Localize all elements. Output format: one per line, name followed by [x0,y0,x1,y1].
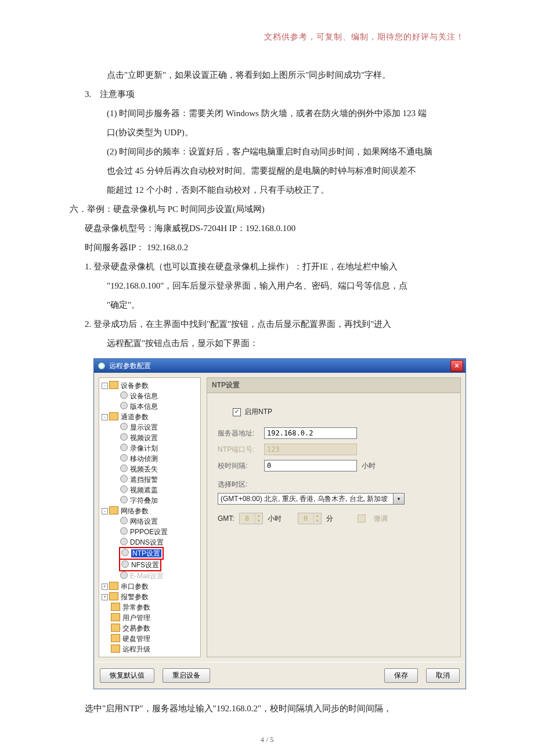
tree-leaf-ntp[interactable]: NTP设置 [100,548,199,559]
tree-leaf[interactable]: DDNS设置 [100,537,199,548]
tree-label: 用户管理 [122,614,150,622]
gmt-min-value: 0 [298,514,313,523]
panel-title: NTP设置 [207,377,461,393]
tree-folder[interactable]: -通道参数 [100,412,199,422]
tree-leaf[interactable]: 字符叠加 [100,495,199,506]
port-label: NTP端口号: [218,445,264,455]
tree-label: E-Mail设置 [130,572,164,580]
restore-defaults-button[interactable]: 恢复默认值 [100,668,154,683]
leaf-icon [120,527,128,535]
save-button[interactable]: 保存 [384,668,418,683]
folder-icon [109,506,118,514]
timezone-combobox[interactable]: (GMT+08:00) 北京, 重庆, 香港, 乌鲁木齐, 台北, 新加坡 ▼ [218,493,405,505]
page-footer: 4 / 5 [0,735,534,744]
tree-label: 网络设置 [130,517,158,525]
leaf-icon [120,433,128,441]
folder-icon [109,592,118,600]
leaf-icon [120,475,128,483]
tree-leaf[interactable]: 遮挡报警 [100,474,199,485]
gmt-min-unit: 分 [326,514,333,524]
ntp-port-input [264,444,357,455]
leaf-icon [120,444,128,451]
tree-folder[interactable]: +报警参数 [100,592,199,602]
tree-folder[interactable]: -网络参数 [100,506,199,516]
close-button[interactable]: × [450,360,463,372]
reboot-device-button[interactable]: 重启设备 [163,668,210,683]
tree-leaf[interactable]: 移动侦测 [100,453,199,464]
header-note: 文档供参考，可复制、编制，期待您的好评与关注！ [70,32,464,42]
tree-folder[interactable]: 交易参数 [100,623,199,633]
tree-label: 设备信息 [130,392,158,400]
tree-folder[interactable]: 异常参数 [100,602,199,613]
section-number: 六． [70,204,87,214]
list-number: 3. [85,85,100,104]
tree-leaf[interactable]: 显示设置 [100,422,199,433]
tree-leaf[interactable]: 视频遮盖 [100,485,199,495]
leaf-icon [121,560,129,568]
interval-unit: 小时 [362,461,376,471]
tree-label: NFS设置 [131,561,159,569]
gmt-min-spinner: 0 ▲▼ [298,513,322,524]
folder-icon [111,613,120,621]
interval-input[interactable] [264,460,357,471]
tree-label: 网络参数 [121,507,149,515]
paragraph: 远程配置"按钮点击后，显示如下界面： [70,334,464,353]
tree-leaf[interactable]: NFS设置 [100,559,199,571]
tree-leaf[interactable]: E-Mail设置 [100,571,199,581]
tree-folder[interactable]: 远程升级 [100,644,199,654]
paragraph: "192.168.0.100"，回车后显示登录界面，输入用户名、密码、端口号等信… [70,276,464,296]
gmt-label: GMT: [218,514,234,523]
collapse-icon[interactable]: - [102,383,108,389]
paragraph: 1. 登录硬盘录像机（也可以直接在硬盘录像机上操作）：打开IE，在地址栏中输入 [70,257,464,276]
tree-label: PPPOE设置 [130,528,168,536]
tree-label: 通道参数 [121,413,149,421]
tree-label: 视频遮盖 [130,486,158,494]
gmt-hour-spinner: 8 ▲▼ [239,513,263,524]
tree-leaf[interactable]: 视频设置 [100,433,199,443]
leaf-icon [120,571,128,579]
tree-leaf[interactable]: 版本信息 [100,401,199,412]
tree-leaf[interactable]: 录像计划 [100,443,199,453]
tree-leaf[interactable]: 设备信息 [100,391,199,401]
tree-folder[interactable]: 硬盘管理 [100,633,199,644]
section-text: 举例：硬盘录像机与 PC 时间同步设置(局域网) [87,204,265,214]
timezone-selected: (GMT+08:00) 北京, 重庆, 香港, 乌鲁木齐, 台北, 新加坡 [218,494,393,504]
fine-tune-label: 微调 [374,514,388,524]
enable-ntp-checkbox[interactable]: ✓ [233,408,241,416]
server-address-input[interactable] [264,427,357,439]
paragraph: 口(协议类型为 UDP)。 [70,123,464,142]
enable-ntp-label: 启用NTP [244,407,272,417]
leaf-icon [121,549,129,556]
dialog-title: 远程参数配置 [109,361,151,371]
server-label: 服务器地址: [218,429,264,438]
remote-config-dialog: 远程参数配置 × -设备参数 设备信息 版本信息 -通道参数 显示设置 视频设置… [94,359,466,689]
tree-folder[interactable]: 用户管理 [100,613,199,623]
paragraph: 点击"立即更新"，如果设置正确，将看到如上图所示"同步时间成功"字样。 [70,66,464,85]
paragraph: "确定"。 [70,296,464,315]
collapse-icon[interactable]: - [102,508,108,514]
tree-folder[interactable]: +串口参数 [100,581,199,592]
dialog-titlebar[interactable]: 远程参数配置 × [94,359,466,373]
chevron-up-icon: ▲ [255,513,262,519]
timezone-section-label: 选择时区: [218,480,450,489]
leaf-icon [120,517,128,524]
expand-icon[interactable]: + [102,584,108,590]
chevron-down-icon[interactable]: ▼ [393,494,404,504]
interval-label: 校时间隔: [218,461,264,471]
leaf-icon [120,454,128,462]
collapse-icon[interactable]: - [102,414,108,420]
tree-folder[interactable]: -设备参数 [100,380,199,391]
folder-icon [109,582,118,590]
tree-label: 显示设置 [130,423,158,431]
folder-icon [111,634,120,642]
tree-leaf[interactable]: PPPOE设置 [100,527,199,537]
leaf-icon [120,465,128,472]
cancel-button[interactable]: 取消 [426,668,460,683]
paragraph: 时间服务器IP： 192.168.0.2 [70,238,464,257]
tree-label: 硬盘管理 [122,635,150,643]
expand-icon[interactable]: + [102,594,108,600]
folder-icon [109,381,118,389]
tree-leaf[interactable]: 视频丢失 [100,464,199,474]
tree-leaf[interactable]: 网络设置 [100,516,199,527]
fine-tune-checkbox[interactable] [358,514,366,523]
